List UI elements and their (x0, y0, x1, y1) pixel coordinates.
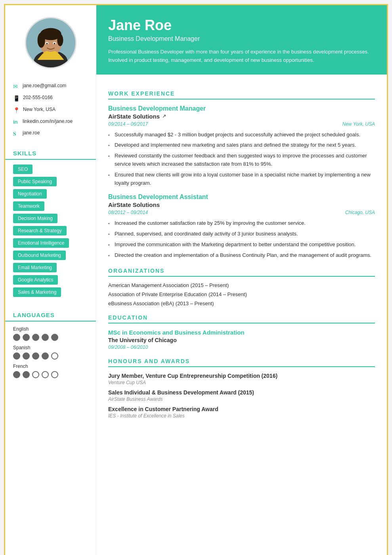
main-content: Jane Roe Business Development Manager Pr… (96, 5, 387, 555)
email-item: ✉ jane.roe@gmail.com (13, 82, 88, 90)
honours-list: Jury Member, Venture Cup Entrepreneurshi… (108, 373, 375, 419)
honours-title: HONOURS AND AWARDS (108, 358, 375, 367)
bullet: Successfully managed $2 - 3 million budg… (108, 131, 375, 139)
org-item: American Management Association (2015 – … (108, 282, 375, 288)
skill-tag: Google Analytics (13, 275, 58, 285)
svg-point-5 (37, 33, 45, 48)
award-subtitle: IES - Institute of Excellence in Sales (108, 413, 375, 419)
skill-tag: SEO (13, 165, 33, 174)
dot (51, 352, 58, 360)
candidate-title: Business Development Manager (108, 35, 375, 42)
job-1-location: New York, USA (342, 121, 375, 127)
dot (23, 334, 30, 341)
dot (13, 371, 20, 378)
award-item: Jury Member, Venture Cup Entrepreneurshi… (108, 373, 375, 385)
language-name: Spanish (13, 345, 88, 350)
bullet: Increased the customer satisfaction rate… (108, 219, 375, 228)
skill-tag: Emotional Intelligence (13, 238, 69, 248)
skill-tag: Public Speaking (13, 177, 57, 186)
bullet: Reviewed constantly the customer feedbac… (108, 152, 375, 168)
org-item: eBusiness Association (eBA) (2013 – Pres… (108, 300, 375, 306)
location-icon: 📍 (13, 107, 20, 113)
candidate-bio: Professional Business Developer with mor… (108, 48, 375, 65)
language-french: French (13, 364, 88, 378)
location-value: New York, USA (23, 106, 55, 113)
award-item: Excellence in Customer Partnering Award … (108, 406, 375, 419)
work-experience-title: WORK EXPERIENCE (108, 90, 375, 100)
language-dots (13, 371, 88, 378)
bullet: Ensured that new clients will grow into … (108, 171, 375, 188)
job-2-meta: 08/2012 – 09/2014 Chicago, USA (108, 210, 375, 215)
email-value: jane.roe@gmail.com (23, 82, 66, 89)
organizations-list: American Management Association (2015 – … (108, 282, 375, 306)
language-name: English (13, 326, 88, 332)
language-dots (13, 334, 88, 341)
job-1-bullets: Successfully managed $2 - 3 million budg… (108, 131, 375, 188)
job-1: Business Development Manager AirState So… (108, 105, 375, 188)
bullet: Directed the creation and implementation… (108, 251, 375, 260)
contact-section: ✉ jane.roe@gmail.com 📱 202-555-0166 📍 Ne… (5, 77, 96, 146)
phone-item: 📱 202-555-0166 (13, 94, 88, 101)
email-icon: ✉ (13, 83, 19, 90)
award-subtitle: Venture Cup USA (108, 380, 375, 385)
job-2: Business Development Assistant AirState … (108, 193, 375, 259)
job-2-location: Chicago, USA (345, 210, 375, 215)
edu-degree: MSc in Economics and Business Administra… (108, 329, 375, 336)
header-section: Jane Roe Business Development Manager Pr… (96, 5, 387, 75)
company-name-text: AirState Solutions (108, 113, 160, 120)
edu-date: 09/2008 – 06/2010 (108, 344, 375, 350)
education-title: EDUCATION (108, 314, 375, 323)
job-1-date: 09/2014 – 06/2017 (108, 121, 148, 127)
resume-body: WORK EXPERIENCE Business Development Man… (96, 75, 387, 431)
dot (42, 334, 49, 341)
linkedin-value: linkedin.com/in/jane.roe (23, 118, 73, 125)
phone-icon: 📱 (13, 95, 20, 101)
languages-list: English Spanish (5, 326, 96, 378)
skill-tag: Teamwork (13, 201, 44, 211)
award-subtitle: AirState Business Awards (108, 396, 375, 402)
linkedin-icon: in (13, 119, 19, 125)
skill-tag: Research & Strategy (13, 226, 67, 235)
job-1-company: AirState Solutions ↗ (108, 113, 375, 120)
job-2-company: AirState Solutions (108, 201, 375, 208)
language-english: English (13, 326, 88, 341)
job-2-title: Business Development Assistant (108, 193, 375, 201)
svg-point-10 (54, 43, 55, 44)
award-title: Excellence in Customer Partnering Award (108, 406, 375, 412)
dot (23, 352, 30, 360)
dot (13, 334, 20, 341)
dot (23, 371, 30, 378)
dot (42, 352, 49, 360)
org-item: Association of Private Enterprise Educat… (108, 291, 375, 297)
bullet: Developed and implemented new marketing … (108, 141, 375, 149)
skill-tag: Email Marketing (13, 263, 57, 272)
resume-container: ✉ jane.roe@gmail.com 📱 202-555-0166 📍 Ne… (4, 4, 388, 555)
organizations-title: ORGANIZATIONS (108, 268, 375, 277)
skype-value: jane.roe (23, 130, 40, 136)
external-link-icon: ↗ (162, 113, 166, 119)
bullet: Improved the communication with the Mark… (108, 241, 375, 249)
language-dots (13, 352, 88, 360)
skills-list: SEO Public Speaking Negotiation Teamwork… (5, 165, 96, 304)
job-1-meta: 09/2014 – 06/2017 New York, USA (108, 121, 375, 127)
award-item: Sales Individual & Business Development … (108, 389, 375, 402)
svg-point-6 (57, 34, 63, 46)
dot (32, 371, 39, 378)
dot (13, 352, 20, 360)
company-name-text: AirState Solutions (108, 201, 160, 208)
skills-title: SKILLS (5, 146, 96, 160)
skill-tag: Decision Making (13, 214, 57, 223)
job-2-bullets: Increased the customer satisfaction rate… (108, 219, 375, 259)
job-1-title: Business Development Manager (108, 105, 375, 112)
skill-tag: Negotiation (13, 189, 47, 199)
skill-tag: Outbound Marketing (13, 251, 66, 260)
skype-item: 𝐒 jane.roe (13, 130, 88, 137)
award-title: Sales Individual & Business Development … (108, 389, 375, 396)
dot (32, 352, 39, 360)
skill-tag: Sales & Marketing (13, 287, 61, 297)
phone-value: 202-555-0166 (23, 94, 53, 101)
education-list: MSc in Economics and Business Administra… (108, 329, 375, 350)
dot (42, 371, 49, 378)
candidate-name: Jane Roe (108, 17, 375, 34)
dot (51, 334, 58, 341)
